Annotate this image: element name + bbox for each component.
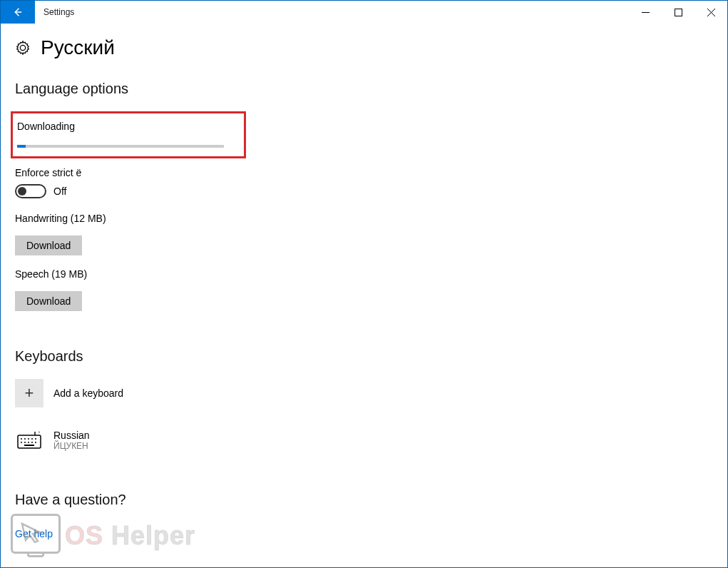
handwriting-feature: Handwriting (12 MB) Download	[15, 213, 713, 255]
svg-point-4	[28, 438, 29, 440]
help-section: Have a question? Get help	[15, 492, 713, 539]
title-bar: Settings	[1, 1, 727, 24]
enforce-strict-toggle[interactable]	[15, 184, 46, 198]
download-progress-bar	[17, 145, 26, 148]
handwriting-label: Handwriting (12 MB)	[15, 213, 713, 224]
minimize-button[interactable]	[629, 1, 662, 24]
toggle-state-label: Off	[53, 186, 66, 197]
keyboards-heading: Keyboards	[15, 348, 713, 365]
svg-rect-12	[24, 445, 34, 446]
speech-label: Speech (19 MB)	[15, 268, 713, 280]
keyboard-name: Russian	[53, 430, 90, 441]
add-keyboard-button[interactable]: + Add a keyboard	[15, 379, 713, 407]
download-progress	[17, 145, 224, 148]
add-keyboard-label: Add a keyboard	[53, 387, 123, 399]
arrow-left-icon	[11, 6, 24, 19]
keyboard-item[interactable]: Russian ЙЦУКЕН	[15, 426, 713, 455]
settings-window: Settings Русский Language options Downlo	[0, 0, 728, 568]
back-button[interactable]	[1, 1, 35, 24]
svg-rect-1	[18, 435, 41, 448]
language-options-heading: Language options	[15, 81, 713, 97]
maximize-button[interactable]	[662, 1, 694, 24]
speech-download-button[interactable]: Download	[15, 291, 82, 311]
help-heading: Have a question?	[15, 492, 713, 508]
keyboard-icon	[15, 426, 43, 455]
speech-feature: Speech (19 MB) Download	[15, 268, 713, 311]
get-help-link[interactable]: Get help	[15, 528, 53, 539]
handwriting-download-button[interactable]: Download	[15, 235, 82, 255]
svg-point-10	[31, 442, 33, 443]
close-button[interactable]	[694, 1, 727, 24]
downloading-label: Downloading	[17, 121, 235, 132]
enforce-strict-label: Enforce strict ё	[15, 167, 713, 178]
keyboards-section: Keyboards + Add a keyboard Russian	[15, 348, 713, 455]
window-controls	[629, 1, 727, 24]
page-header: Русский	[15, 36, 713, 59]
gear-icon	[15, 40, 31, 56]
svg-point-3	[24, 438, 26, 440]
downloading-block: Downloading	[11, 111, 246, 158]
svg-point-9	[28, 442, 29, 443]
svg-rect-0	[675, 9, 682, 16]
svg-point-7	[21, 442, 22, 443]
svg-point-5	[31, 438, 33, 440]
svg-point-6	[35, 438, 36, 440]
svg-point-2	[21, 438, 22, 440]
keyboard-layout: ЙЦУКЕН	[53, 441, 90, 451]
plus-icon: +	[15, 379, 43, 407]
content-area: Русский Language options Downloading Enf…	[1, 24, 727, 539]
window-title: Settings	[35, 1, 83, 24]
page-title: Русский	[41, 36, 115, 59]
toggle-knob	[18, 187, 26, 196]
minimize-icon	[642, 9, 650, 16]
maximize-icon	[675, 9, 682, 16]
svg-point-11	[35, 442, 36, 443]
svg-point-8	[24, 442, 26, 443]
close-icon	[707, 9, 715, 16]
